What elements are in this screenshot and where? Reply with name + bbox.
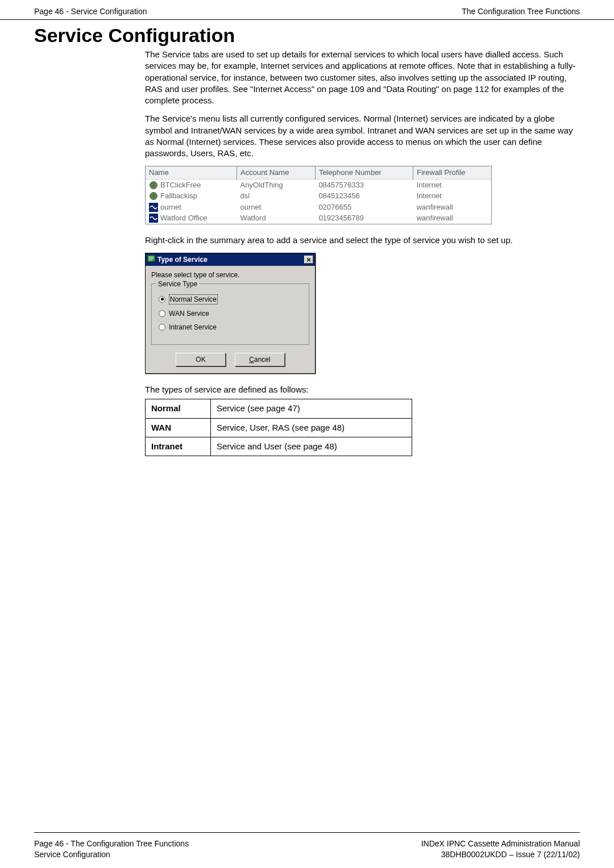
service-account: dsl — [237, 190, 316, 202]
footer-left-2: Service Configuration — [34, 849, 189, 860]
type-label: Normal — [146, 399, 211, 418]
table-row[interactable]: Fallbackisp dsl 0845123456 Internet — [146, 190, 492, 202]
radio-intranet-service[interactable]: Intranet Service — [159, 323, 302, 332]
dialog-instruction: Please select type of service. — [151, 270, 309, 279]
footer-right-2: 38DHB0002UKDD – Issue 7 (22/11/02) — [421, 849, 580, 860]
wan-icon — [149, 214, 158, 223]
header-right: The Configuration Tree Functions — [462, 7, 580, 16]
type-label: Intranet — [146, 437, 211, 456]
table-row: WAN Service, User, RAS (see page 48) — [146, 418, 412, 437]
table-row[interactable]: Watford Office Watford 01923456789 wanfi… — [146, 212, 492, 224]
col-name: Name — [146, 166, 237, 180]
wan-icon — [149, 203, 158, 212]
cancel-button[interactable]: Cancel — [235, 353, 285, 366]
service-fw: wanfirewall — [413, 202, 492, 213]
service-account: Watford — [237, 212, 316, 224]
service-type-group: Service Type Normal Service WAN Service … — [151, 283, 309, 345]
service-types-table: Normal Service (see page 47) WAN Service… — [145, 399, 412, 456]
services-table: Name Account Name Telephone Number Firew… — [145, 166, 492, 224]
service-name: Fallbackisp — [160, 191, 197, 201]
footer-right-1: INDeX IPNC Cassette Administration Manua… — [421, 838, 580, 849]
paragraph-2: The Service's menu lists all currently c… — [145, 113, 580, 159]
service-name: ournet — [160, 202, 181, 212]
type-desc: Service (see page 47) — [211, 399, 412, 418]
service-fw: wanfirewall — [413, 212, 492, 224]
paragraph-1: The Service tabs are used to set up deta… — [145, 49, 580, 106]
service-name: Watford Office — [160, 213, 207, 223]
service-account: ournet — [237, 202, 316, 213]
radio-label: Intranet Service — [169, 323, 217, 332]
footer-divider — [34, 832, 580, 833]
service-fw: Internet — [413, 179, 492, 190]
service-name: BTClickFree — [160, 180, 201, 190]
group-legend: Service Type — [156, 279, 199, 289]
type-label: WAN — [146, 418, 211, 437]
service-tel: 0845123456 — [315, 190, 413, 202]
ok-button[interactable]: OK — [176, 353, 226, 366]
paragraph-4: The types of service are defined as foll… — [145, 384, 580, 395]
table-row: Normal Service (see page 47) — [146, 399, 412, 418]
col-account: Account Name — [237, 166, 316, 180]
type-desc: Service, User, RAS (see page 48) — [211, 418, 412, 437]
table-header-row: Name Account Name Telephone Number Firew… — [146, 166, 492, 180]
type-of-service-dialog: Type of Service ✕ Please select type of … — [145, 253, 316, 374]
col-telephone: Telephone Number — [315, 166, 413, 180]
service-fw: Internet — [413, 190, 492, 202]
table-row[interactable]: BTClickFree AnyOldThing 08457576333 Inte… — [146, 179, 492, 190]
table-row[interactable]: ournet ournet 02076655 wanfirewall — [146, 202, 492, 213]
type-desc: Service and User (see page 48) — [211, 437, 412, 456]
table-row: Intranet Service and User (see page 48) — [146, 437, 412, 456]
radio-label: WAN Service — [169, 309, 209, 318]
service-account: AnyOldThing — [237, 179, 316, 190]
page-title: Service Configuration — [34, 24, 580, 47]
page-footer: Page 46 - The Configuration Tree Functio… — [0, 838, 614, 860]
service-tel: 02076655 — [315, 202, 413, 213]
service-tel: 08457576333 — [315, 179, 413, 190]
radio-normal-service[interactable]: Normal Service — [159, 294, 302, 304]
page-header: Page 46 - Service Configuration The Conf… — [0, 0, 614, 20]
dialog-title: Type of Service — [157, 255, 208, 264]
footer-left-1: Page 46 - The Configuration Tree Functio… — [34, 838, 189, 849]
dialog-app-icon — [147, 254, 155, 265]
radio-wan-service[interactable]: WAN Service — [159, 309, 302, 318]
dialog-titlebar[interactable]: Type of Service ✕ — [146, 253, 315, 266]
globe-icon — [149, 191, 158, 201]
service-tel: 01923456789 — [315, 212, 413, 224]
close-icon[interactable]: ✕ — [304, 256, 313, 264]
main-content: Service Configuration The Service tabs a… — [0, 20, 614, 456]
paragraph-3: Right-click in the summary area to add a… — [145, 235, 580, 246]
globe-icon — [149, 181, 158, 190]
header-left: Page 46 - Service Configuration — [34, 7, 147, 16]
radio-label: Normal Service — [169, 294, 218, 304]
col-firewall: Firewall Profile — [413, 166, 492, 180]
